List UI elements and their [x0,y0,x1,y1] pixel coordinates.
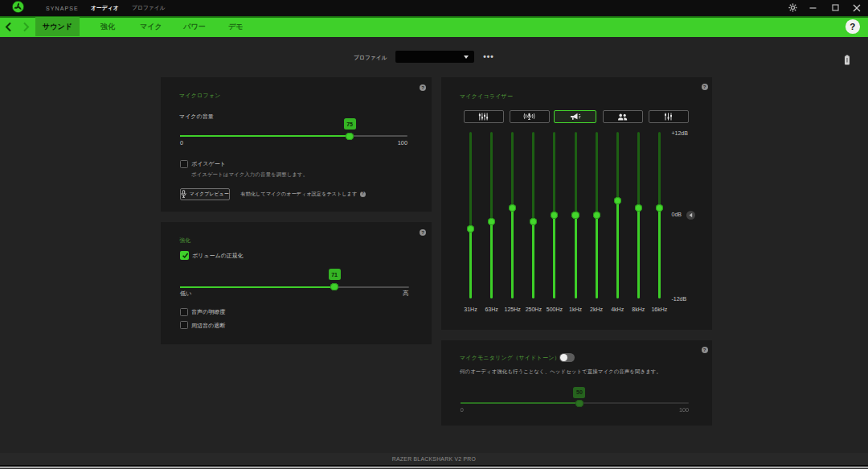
normalization-slider[interactable]: 71 低い高 [180,269,409,301]
eq-track-upper[interactable] [553,132,555,216]
eq-handle-8khz[interactable] [635,204,642,212]
eq-preset-button-eq-bars[interactable] [464,110,504,123]
eq-track-lower[interactable] [490,222,493,298]
eq-freq-label: 16kHz [645,306,673,312]
eq-track-lower[interactable] [553,215,555,298]
slider-min-label: 低い [180,290,192,298]
info-icon[interactable]: ? [702,347,708,353]
info-icon[interactable]: ? [420,229,426,236]
eq-preset-button-mixer-sliders[interactable] [649,110,689,123]
voice-clarity-label: 音声の明瞭度 [191,308,225,316]
chevron-right-icon[interactable] [20,21,31,32]
slider-track[interactable] [180,286,409,288]
help-icon[interactable]: ? [845,19,860,34]
mic-preview-button[interactable]: マイクプレビュー [180,188,230,201]
eq-track-lower[interactable] [596,215,598,298]
volume-normalization-checkbox[interactable] [180,251,189,260]
mic-volume-slider[interactable]: 75 0100 [180,118,407,150]
tab-enhancement[interactable]: 強化 [90,17,125,36]
slider-track[interactable] [180,135,407,137]
eq-track-upper[interactable] [532,132,534,222]
eq-handle-4khz[interactable] [614,197,621,204]
eq-bars-icon [478,113,489,121]
mic-preview-button-label: マイクプレビュー [190,191,229,198]
eq-track-upper[interactable] [616,132,619,201]
eq-track-lower[interactable] [511,208,514,298]
info-icon[interactable]: ? [360,191,366,197]
menu-item-synapse[interactable]: SYNAPSE [46,0,79,16]
eq-track-upper[interactable] [637,132,640,208]
eq-handle-63hz[interactable] [488,218,495,225]
voice-gate-checkbox[interactable] [180,160,188,168]
mic-waves-icon [523,113,535,121]
profile-dropdown[interactable] [395,51,474,63]
megaphone-icon [570,113,581,121]
tab-mic[interactable]: マイク [133,17,169,36]
sidetone-slider-wrap: 50 0100 [441,340,713,426]
profile-label: プロファイル [354,54,387,62]
razer-logo-icon[interactable] [12,1,24,13]
eq-track-lower[interactable] [637,208,640,298]
eq-handle-16khz[interactable] [656,204,663,212]
ambient-noise-checkbox[interactable] [180,321,188,329]
menu-item-profile[interactable]: プロファイル [132,0,166,16]
monitoring-description: 何のオーディオ強化も行うことなく、ヘッドセットで直接マイクの音声を聞きます。 [460,368,661,376]
eq-track-upper[interactable] [469,132,472,229]
reset-arrow-icon[interactable] [686,211,695,220]
eq-handle-500hz[interactable] [551,212,558,219]
eq-preset-button-megaphone[interactable] [554,110,596,123]
eq-handle-1khz[interactable] [571,212,579,219]
chevron-left-icon[interactable] [2,21,14,32]
profile-more-button[interactable]: ••• [481,50,496,63]
tab-sound[interactable]: サウンド [35,17,80,36]
maximize-icon[interactable] [826,0,844,15]
tab-demo[interactable]: デモ [220,17,252,36]
slider-value-tooltip: 75 [344,118,356,130]
slider-value-tooltip: 71 [329,269,341,280]
voice-gate-description: ボイスゲートはマイク入力の音量を調整します。 [191,171,308,179]
eq-track-upper[interactable] [596,132,598,216]
eq-track-lower[interactable] [469,229,472,299]
eq-preset-button-mic-waves[interactable] [510,110,550,123]
eq-track-upper[interactable] [658,132,661,208]
voice-gate-label: ボイスゲート [191,160,226,168]
eq-track-lower[interactable] [658,208,661,298]
slider-handle[interactable] [575,400,583,408]
eq-handle-125hz[interactable] [509,204,516,212]
eq-track-lower[interactable] [616,201,619,298]
slider-min-label: 0 [461,406,464,413]
eq-handle-250hz[interactable] [530,218,537,225]
eq-track-upper[interactable] [575,132,577,216]
eq-track-lower[interactable] [532,222,534,298]
voice-clarity-checkbox[interactable] [180,308,188,316]
eq-preset-button-people[interactable] [603,110,643,123]
eq-handle-31hz[interactable] [467,225,474,232]
info-icon[interactable]: ? [702,84,708,90]
panel-enhancement: 強化 ? ボリュームの正規化 71 低い高 音声の明瞭度 周辺音の遮断 [161,222,432,345]
panel-title: マイクロフォン [179,92,221,100]
menu-item-audio[interactable]: オーディオ [91,0,119,16]
sidetone-slider[interactable]: 50 0100 [461,387,689,419]
eq-track-lower[interactable] [575,215,577,298]
slider-track[interactable] [461,402,689,404]
synapse-window: SYNAPSE オーディオ プロファイル [0,0,868,469]
panel-mic-equalizer: マイクイコライザー ? 31Hz63Hz125Hz250Hz500Hz1kHz2… [441,77,713,331]
slider-track-fill [461,402,579,404]
microphone-icon [181,190,186,198]
minimize-icon[interactable] [804,0,821,15]
tab-power[interactable]: パワー [177,17,212,36]
panel-microphone: マイクロフォン ? マイクの音量 75 0100 ボイスゲート ボイスゲートはマ… [161,77,432,212]
eq-track-upper[interactable] [511,132,514,208]
mic-preview-hint: 有効化してマイクのオーディオ設定をテストします [241,191,358,198]
sidetone-toggle[interactable] [559,353,575,362]
slider-track-fill [180,286,334,288]
chevron-down-icon [464,56,469,59]
eq-scale-top-label: +12dB [672,130,688,136]
info-icon[interactable]: ? [420,84,426,91]
slider-value-text: 75 [346,121,353,127]
close-icon[interactable] [848,0,866,15]
eq-handle-2khz[interactable] [593,212,600,219]
eq-track-upper[interactable] [490,132,493,222]
gear-icon[interactable] [784,0,801,15]
titlebar: SYNAPSE オーディオ プロファイル [0,0,868,16]
